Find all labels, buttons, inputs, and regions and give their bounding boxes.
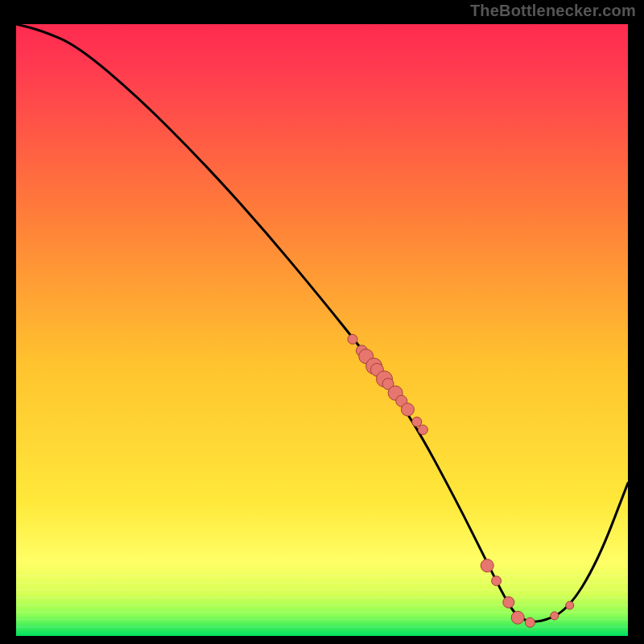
chart-svg <box>16 24 628 636</box>
data-marker <box>551 612 559 620</box>
data-marker <box>492 576 502 586</box>
data-marker <box>566 601 574 609</box>
data-marker <box>503 597 514 608</box>
band-line <box>16 597 628 598</box>
band-line <box>16 619 628 621</box>
band-line <box>16 612 628 613</box>
data-marker <box>481 559 493 572</box>
data-marker <box>511 611 524 624</box>
band-line <box>16 589 628 591</box>
chart-container: TheBottlenecker.com <box>0 0 644 644</box>
data-marker <box>401 403 414 416</box>
data-marker <box>348 334 357 344</box>
data-marker <box>525 617 535 627</box>
data-marker <box>418 425 427 435</box>
watermark-text: TheBottlenecker.com <box>470 2 636 20</box>
band-line <box>16 604 628 605</box>
band-line <box>16 626 628 628</box>
gradient-background <box>16 24 628 636</box>
data-marker <box>412 417 422 427</box>
plot-area <box>16 24 628 636</box>
band-line <box>16 582 628 584</box>
band-line <box>16 575 628 576</box>
